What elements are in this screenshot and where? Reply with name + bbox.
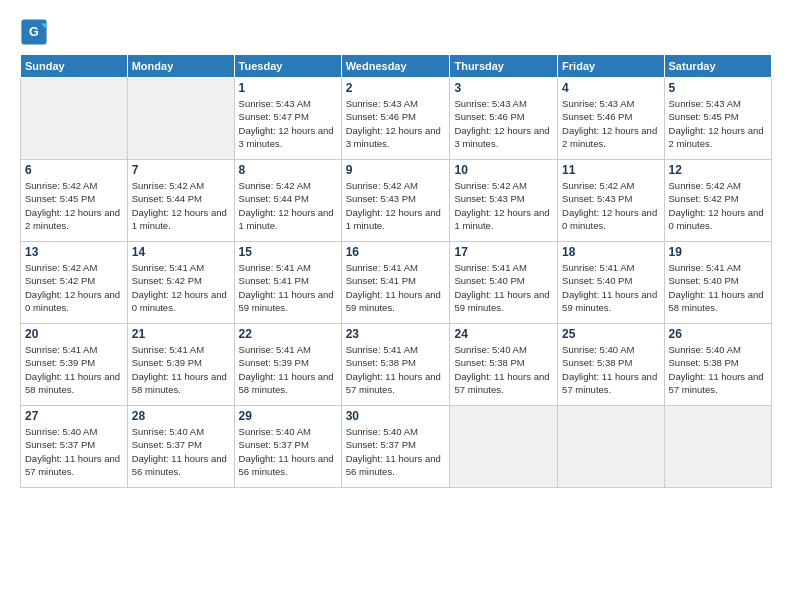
- day-number: 20: [25, 327, 123, 341]
- day-number: 8: [239, 163, 337, 177]
- day-number: 11: [562, 163, 659, 177]
- weekday-header-monday: Monday: [127, 55, 234, 78]
- calendar-cell: 3Sunrise: 5:43 AM Sunset: 5:46 PM Daylig…: [450, 78, 558, 160]
- day-number: 3: [454, 81, 553, 95]
- day-info: Sunrise: 5:42 AM Sunset: 5:44 PM Dayligh…: [239, 179, 337, 232]
- calendar-cell: 22Sunrise: 5:41 AM Sunset: 5:39 PM Dayli…: [234, 324, 341, 406]
- day-number: 24: [454, 327, 553, 341]
- calendar-cell: [127, 78, 234, 160]
- calendar-cell: 19Sunrise: 5:41 AM Sunset: 5:40 PM Dayli…: [664, 242, 771, 324]
- day-number: 28: [132, 409, 230, 423]
- day-number: 17: [454, 245, 553, 259]
- day-info: Sunrise: 5:43 AM Sunset: 5:46 PM Dayligh…: [346, 97, 446, 150]
- calendar-week-5: 27Sunrise: 5:40 AM Sunset: 5:37 PM Dayli…: [21, 406, 772, 488]
- day-info: Sunrise: 5:40 AM Sunset: 5:37 PM Dayligh…: [132, 425, 230, 478]
- calendar-cell: [21, 78, 128, 160]
- calendar-cell: 23Sunrise: 5:41 AM Sunset: 5:38 PM Dayli…: [341, 324, 450, 406]
- calendar-cell: 10Sunrise: 5:42 AM Sunset: 5:43 PM Dayli…: [450, 160, 558, 242]
- day-number: 6: [25, 163, 123, 177]
- day-number: 30: [346, 409, 446, 423]
- calendar-week-1: 1Sunrise: 5:43 AM Sunset: 5:47 PM Daylig…: [21, 78, 772, 160]
- day-info: Sunrise: 5:41 AM Sunset: 5:41 PM Dayligh…: [346, 261, 446, 314]
- calendar-cell: 25Sunrise: 5:40 AM Sunset: 5:38 PM Dayli…: [558, 324, 664, 406]
- day-number: 10: [454, 163, 553, 177]
- weekday-header-saturday: Saturday: [664, 55, 771, 78]
- day-info: Sunrise: 5:41 AM Sunset: 5:40 PM Dayligh…: [669, 261, 767, 314]
- calendar-cell: 18Sunrise: 5:41 AM Sunset: 5:40 PM Dayli…: [558, 242, 664, 324]
- day-info: Sunrise: 5:40 AM Sunset: 5:38 PM Dayligh…: [562, 343, 659, 396]
- calendar-cell: 16Sunrise: 5:41 AM Sunset: 5:41 PM Dayli…: [341, 242, 450, 324]
- day-info: Sunrise: 5:40 AM Sunset: 5:37 PM Dayligh…: [25, 425, 123, 478]
- calendar-cell: 30Sunrise: 5:40 AM Sunset: 5:37 PM Dayli…: [341, 406, 450, 488]
- day-number: 12: [669, 163, 767, 177]
- calendar-cell: 4Sunrise: 5:43 AM Sunset: 5:46 PM Daylig…: [558, 78, 664, 160]
- calendar-cell: 13Sunrise: 5:42 AM Sunset: 5:42 PM Dayli…: [21, 242, 128, 324]
- logo-icon: G: [20, 18, 48, 46]
- calendar-cell: [558, 406, 664, 488]
- day-number: 21: [132, 327, 230, 341]
- day-number: 26: [669, 327, 767, 341]
- header: G: [20, 18, 772, 46]
- svg-text:G: G: [29, 25, 39, 39]
- day-number: 18: [562, 245, 659, 259]
- day-number: 25: [562, 327, 659, 341]
- day-info: Sunrise: 5:43 AM Sunset: 5:45 PM Dayligh…: [669, 97, 767, 150]
- day-number: 1: [239, 81, 337, 95]
- day-number: 5: [669, 81, 767, 95]
- day-info: Sunrise: 5:40 AM Sunset: 5:38 PM Dayligh…: [669, 343, 767, 396]
- logo: G: [20, 18, 50, 46]
- calendar-cell: 12Sunrise: 5:42 AM Sunset: 5:42 PM Dayli…: [664, 160, 771, 242]
- weekday-header-sunday: Sunday: [21, 55, 128, 78]
- calendar-cell: 6Sunrise: 5:42 AM Sunset: 5:45 PM Daylig…: [21, 160, 128, 242]
- day-info: Sunrise: 5:41 AM Sunset: 5:40 PM Dayligh…: [454, 261, 553, 314]
- weekday-header-row: SundayMondayTuesdayWednesdayThursdayFrid…: [21, 55, 772, 78]
- day-info: Sunrise: 5:41 AM Sunset: 5:42 PM Dayligh…: [132, 261, 230, 314]
- calendar-cell: 27Sunrise: 5:40 AM Sunset: 5:37 PM Dayli…: [21, 406, 128, 488]
- weekday-header-friday: Friday: [558, 55, 664, 78]
- day-number: 22: [239, 327, 337, 341]
- day-number: 27: [25, 409, 123, 423]
- day-info: Sunrise: 5:41 AM Sunset: 5:39 PM Dayligh…: [25, 343, 123, 396]
- weekday-header-tuesday: Tuesday: [234, 55, 341, 78]
- calendar-cell: [664, 406, 771, 488]
- calendar-cell: 24Sunrise: 5:40 AM Sunset: 5:38 PM Dayli…: [450, 324, 558, 406]
- day-number: 4: [562, 81, 659, 95]
- day-number: 23: [346, 327, 446, 341]
- day-info: Sunrise: 5:42 AM Sunset: 5:43 PM Dayligh…: [562, 179, 659, 232]
- calendar-cell: 8Sunrise: 5:42 AM Sunset: 5:44 PM Daylig…: [234, 160, 341, 242]
- calendar-week-3: 13Sunrise: 5:42 AM Sunset: 5:42 PM Dayli…: [21, 242, 772, 324]
- calendar-cell: 28Sunrise: 5:40 AM Sunset: 5:37 PM Dayli…: [127, 406, 234, 488]
- calendar-cell: 17Sunrise: 5:41 AM Sunset: 5:40 PM Dayli…: [450, 242, 558, 324]
- calendar-cell: 14Sunrise: 5:41 AM Sunset: 5:42 PM Dayli…: [127, 242, 234, 324]
- day-number: 2: [346, 81, 446, 95]
- calendar-cell: 2Sunrise: 5:43 AM Sunset: 5:46 PM Daylig…: [341, 78, 450, 160]
- day-info: Sunrise: 5:41 AM Sunset: 5:39 PM Dayligh…: [239, 343, 337, 396]
- day-info: Sunrise: 5:42 AM Sunset: 5:44 PM Dayligh…: [132, 179, 230, 232]
- day-info: Sunrise: 5:42 AM Sunset: 5:43 PM Dayligh…: [346, 179, 446, 232]
- calendar: SundayMondayTuesdayWednesdayThursdayFrid…: [20, 54, 772, 488]
- day-info: Sunrise: 5:41 AM Sunset: 5:41 PM Dayligh…: [239, 261, 337, 314]
- calendar-cell: 1Sunrise: 5:43 AM Sunset: 5:47 PM Daylig…: [234, 78, 341, 160]
- weekday-header-wednesday: Wednesday: [341, 55, 450, 78]
- day-number: 19: [669, 245, 767, 259]
- day-number: 14: [132, 245, 230, 259]
- day-number: 29: [239, 409, 337, 423]
- calendar-cell: 11Sunrise: 5:42 AM Sunset: 5:43 PM Dayli…: [558, 160, 664, 242]
- calendar-header: SundayMondayTuesdayWednesdayThursdayFrid…: [21, 55, 772, 78]
- day-info: Sunrise: 5:40 AM Sunset: 5:38 PM Dayligh…: [454, 343, 553, 396]
- day-info: Sunrise: 5:42 AM Sunset: 5:43 PM Dayligh…: [454, 179, 553, 232]
- calendar-cell: 21Sunrise: 5:41 AM Sunset: 5:39 PM Dayli…: [127, 324, 234, 406]
- calendar-cell: 7Sunrise: 5:42 AM Sunset: 5:44 PM Daylig…: [127, 160, 234, 242]
- calendar-cell: [450, 406, 558, 488]
- calendar-week-4: 20Sunrise: 5:41 AM Sunset: 5:39 PM Dayli…: [21, 324, 772, 406]
- day-info: Sunrise: 5:41 AM Sunset: 5:40 PM Dayligh…: [562, 261, 659, 314]
- calendar-table: SundayMondayTuesdayWednesdayThursdayFrid…: [20, 54, 772, 488]
- day-info: Sunrise: 5:42 AM Sunset: 5:45 PM Dayligh…: [25, 179, 123, 232]
- day-info: Sunrise: 5:43 AM Sunset: 5:47 PM Dayligh…: [239, 97, 337, 150]
- calendar-cell: 26Sunrise: 5:40 AM Sunset: 5:38 PM Dayli…: [664, 324, 771, 406]
- calendar-cell: 9Sunrise: 5:42 AM Sunset: 5:43 PM Daylig…: [341, 160, 450, 242]
- day-info: Sunrise: 5:43 AM Sunset: 5:46 PM Dayligh…: [562, 97, 659, 150]
- day-info: Sunrise: 5:42 AM Sunset: 5:42 PM Dayligh…: [669, 179, 767, 232]
- page: G SundayMondayTuesdayWednesdayThursdayFr…: [0, 0, 792, 498]
- day-number: 15: [239, 245, 337, 259]
